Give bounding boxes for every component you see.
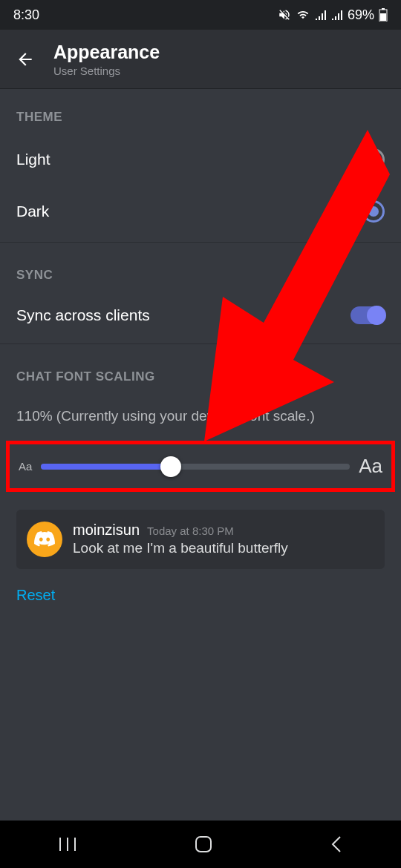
sync-label: Sync across clients [16, 306, 150, 324]
theme-option-light[interactable]: Light [0, 134, 401, 185]
svg-rect-2 [380, 13, 386, 21]
nav-home-button[interactable] [194, 835, 213, 854]
nav-recents-button[interactable] [58, 836, 77, 852]
home-icon [194, 835, 213, 854]
status-indicators: 69% [278, 7, 388, 23]
slider-thumb[interactable] [160, 456, 181, 477]
appearance-header: Appearance User Settings [0, 30, 401, 89]
arrow-left-icon [16, 50, 35, 69]
preview-username: moinzisun [73, 522, 140, 539]
sync-section-header: SYNC [0, 247, 401, 292]
back-icon [330, 835, 343, 854]
battery-icon [379, 8, 388, 22]
preview-timestamp: Today at 8:30 PM [147, 525, 234, 537]
page-subtitle: User Settings [53, 65, 160, 77]
nav-back-button[interactable] [330, 835, 343, 854]
font-scale-slider[interactable] [41, 464, 350, 470]
theme-section-header: THEME [0, 89, 401, 134]
theme-option-label: Dark [16, 203, 49, 220]
font-size-small-marker: Aa [19, 460, 32, 473]
radio-selected-icon [362, 200, 385, 223]
recents-icon [58, 836, 77, 852]
status-time: 8:30 [13, 7, 39, 23]
discord-logo-icon [34, 531, 55, 548]
svg-rect-7 [196, 837, 211, 852]
theme-option-label: Light [16, 151, 50, 168]
theme-option-dark[interactable]: Dark [0, 185, 401, 237]
signal-icon-1 [315, 9, 327, 21]
toggle-on-icon[interactable] [351, 306, 385, 324]
font-scaling-section-header: CHAT FONT SCALING [0, 349, 401, 393]
page-title: Appearance [53, 42, 160, 63]
font-scale-status: 110% (Currently using your device's font… [0, 393, 401, 432]
mute-icon [278, 8, 291, 22]
divider [0, 242, 401, 243]
signal-icon-2 [331, 9, 343, 21]
status-bar: 8:30 69% [0, 0, 401, 30]
avatar [27, 522, 62, 557]
preview-message: Look at me I'm a beautiful butterfly [73, 540, 288, 556]
reset-button[interactable]: Reset [0, 579, 401, 611]
radio-unselected-icon [362, 148, 385, 171]
font-scale-slider-row: Aa Aa [6, 441, 395, 492]
android-nav-bar [0, 821, 401, 868]
sync-across-clients-row[interactable]: Sync across clients [0, 292, 401, 339]
font-size-large-marker: Aa [359, 455, 382, 478]
slider-fill [41, 464, 171, 470]
divider [0, 343, 401, 344]
back-button[interactable] [15, 49, 36, 70]
battery-percent: 69% [348, 7, 374, 23]
message-preview-card: moinzisun Today at 8:30 PM Look at me I'… [16, 510, 385, 569]
wifi-icon [296, 9, 310, 21]
